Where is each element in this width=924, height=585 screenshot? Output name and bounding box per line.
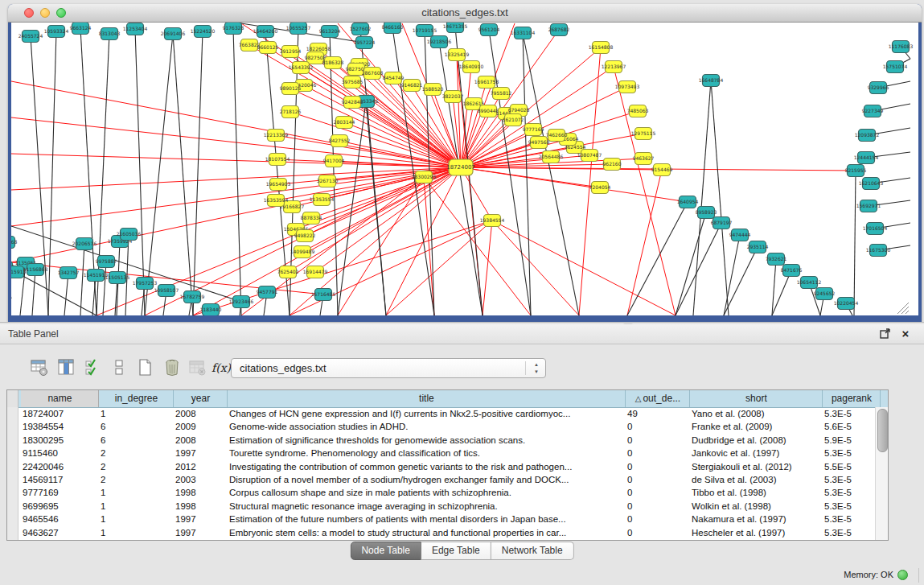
graph-edge[interactable] (386, 220, 492, 315)
graph-node[interactable]: 9154469 (651, 164, 673, 176)
table-cell[interactable]: 9463627 (18, 526, 97, 539)
table-row[interactable]: 969969511998Structural magnetic resonanc… (7, 500, 875, 513)
tab-network-table[interactable]: Network Table (491, 542, 574, 560)
graph-node[interactable]: 6879197 (711, 217, 733, 229)
table-cell[interactable]: 18300295 (18, 434, 97, 447)
graph-node[interactable]: 8466160 (382, 23, 404, 34)
graph-node[interactable]: 8878334 (301, 212, 322, 225)
graph-edge[interactable] (32, 270, 35, 315)
table-cell[interactable]: Jankovic et al. (1997) (688, 447, 820, 459)
graph-node[interactable]: 9561204 (478, 24, 500, 36)
table-options-button[interactable] (27, 356, 51, 381)
delete-table-button[interactable] (186, 356, 210, 381)
graph-node[interactable]: 1342757 (58, 267, 80, 279)
graph-node[interactable]: 16154808 (589, 42, 614, 54)
table-row[interactable]: 1938455462009Genome-wide association stu… (7, 420, 875, 433)
table-row[interactable]: 946554611997Estimation of the future num… (7, 513, 875, 525)
table-row[interactable]: 1872400712008Changes of HCN gene express… (7, 407, 875, 420)
graph-node[interactable]: 1640954 (677, 196, 699, 208)
table-cell[interactable]: Investigating the contribution of common… (225, 460, 623, 473)
column-header-name[interactable]: name (21, 390, 99, 407)
graph-edge[interactable] (338, 101, 366, 315)
graph-node[interactable]: 8427552 (329, 135, 351, 147)
graph-node[interactable]: 15224520 (191, 26, 216, 38)
table-cell[interactable]: 5.3E-5 (820, 486, 875, 499)
table-cell[interactable]: 0 (623, 526, 688, 539)
graph-node[interactable]: 7955812 (491, 88, 512, 100)
table-cell[interactable]: 1 (97, 526, 171, 539)
graph-edge[interactable] (483, 220, 492, 315)
graph-edge[interactable] (724, 235, 740, 315)
graph-edge[interactable] (724, 247, 758, 315)
graph-node[interactable]: 9242848 (342, 97, 363, 109)
graph-node[interactable]: 12093872 (855, 130, 880, 142)
graph-node[interactable]: 9329966 (868, 82, 889, 94)
graph-node[interactable]: 9890125 (280, 83, 302, 95)
graph-edge[interactable] (424, 177, 434, 315)
graph-node[interactable]: 8471676 (781, 265, 803, 277)
graph-node[interactable]: 9660125 (257, 42, 279, 54)
table-cell[interactable]: 19384554 (18, 420, 97, 433)
graph-node[interactable]: 8186328 (322, 57, 344, 69)
graph-node[interactable]: 12444154 (854, 152, 879, 164)
graph-node[interactable]: 14671355 (443, 23, 468, 33)
table-cell[interactable]: 5.3E-5 (820, 473, 875, 486)
graph-edge[interactable] (103, 262, 106, 315)
graph-edge[interactable] (627, 202, 688, 315)
graph-node[interactable]: 18640910 (459, 61, 484, 73)
table-cell[interactable]: Disruption of a novel member of a sodium… (225, 473, 623, 486)
graph-node[interactable]: 7485063 (627, 105, 649, 117)
table-cell[interactable]: Structural magnetic resonance image aver… (225, 500, 623, 513)
table-row[interactable]: 2242004622012Investigating the contribut… (7, 460, 875, 473)
table-cell[interactable]: Estimation of significance thresholds fo… (225, 434, 623, 447)
table-cell[interactable]: 1997 (171, 513, 225, 525)
graph-node[interactable]: 9417004 (323, 155, 345, 167)
table-cell[interactable]: de Silva et al. (2003) (688, 473, 820, 486)
graph-node[interactable]: 7957224 (354, 37, 376, 49)
graph-node[interactable]: 9146821 (401, 80, 423, 92)
table-cell[interactable]: Genome-wide association studies in ADHD. (225, 420, 623, 433)
column-header-title[interactable]: title (228, 390, 626, 407)
table-cell[interactable]: 0 (623, 447, 688, 459)
graph-edge[interactable] (48, 31, 56, 315)
table-row[interactable]: 911546021997Tourette syndrome. Phenomeno… (7, 447, 875, 459)
graph-node[interactable]: 7625402 (277, 266, 299, 278)
table-cell[interactable]: 49 (623, 407, 688, 420)
graph-node[interactable]: 17016504 (863, 223, 888, 235)
table-cell[interactable]: 9115460 (18, 447, 97, 459)
graph-node[interactable]: 16648784 (699, 75, 724, 87)
graph-node[interactable]: 10807487 (577, 150, 602, 162)
window-titlebar[interactable]: citations_edges.txt (8, 4, 922, 23)
table-cell[interactable]: 18724007 (18, 407, 97, 420)
table-cell[interactable]: 1997 (171, 447, 225, 459)
table-cell[interactable]: 0 (623, 434, 688, 447)
graph-node[interactable]: 12213369 (264, 130, 289, 142)
table-cell[interactable]: Tourette syndrome. Phenomenology and cla… (225, 447, 623, 459)
table-cell[interactable]: 2008 (171, 434, 225, 447)
tab-edge-table[interactable]: Edge Table (421, 542, 491, 560)
table-cell[interactable]: 5.3E-5 (820, 447, 875, 459)
graph-node[interactable]: 11675300 (866, 245, 891, 257)
resize-grip[interactable] (897, 303, 909, 314)
graph-node[interactable]: 9498222 (294, 230, 316, 242)
graph-node[interactable]: 3499368 (11, 237, 18, 249)
table-cell[interactable]: 6 (97, 434, 171, 447)
graph-edge[interactable] (424, 177, 531, 315)
table-cell[interactable]: 5.5E-5 (820, 460, 875, 473)
graph-edge[interactable] (711, 80, 729, 315)
create-column-button[interactable] (133, 356, 158, 381)
graph-node[interactable]: 15692971 (856, 200, 881, 212)
graph-node[interactable]: 9463627 (633, 153, 655, 165)
graph-node[interactable]: 16782759 (180, 291, 205, 303)
graph-node[interactable]: 10655257 (286, 23, 311, 35)
table-cell[interactable]: 2 (97, 447, 171, 459)
graph-node[interactable]: 12975115 (631, 128, 656, 140)
table-cell[interactable]: 1 (97, 486, 171, 499)
graph-edge[interactable] (173, 34, 193, 315)
table-cell[interactable]: 0 (623, 500, 688, 513)
table-row[interactable]: 1456911722003Disruption of a novel membe… (7, 473, 875, 486)
graph-node[interactable]: 1588520 (422, 84, 444, 96)
table-row[interactable]: 1830029562008Estimation of significance … (7, 434, 875, 447)
graph-node[interactable]: 8313043 (99, 28, 121, 40)
graph-node[interactable]: 2867608 (362, 68, 384, 80)
